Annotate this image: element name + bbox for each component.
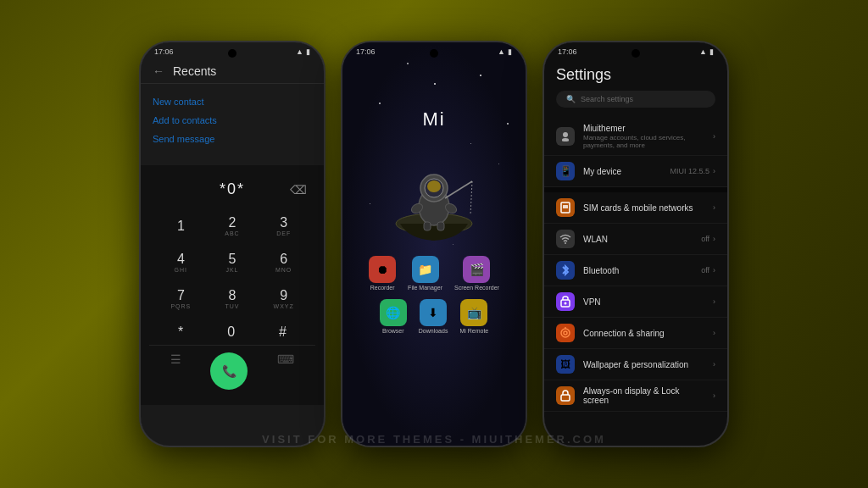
sim-text: SIM cards & mobile networks xyxy=(583,203,704,213)
svg-line-9 xyxy=(445,181,472,198)
key-letters: TUV xyxy=(225,303,239,309)
svg-point-14 xyxy=(565,242,566,244)
bluetooth-right: off › xyxy=(701,266,715,274)
wlan-icon xyxy=(556,230,575,248)
settings-item-connection[interactable]: Connection & sharing › xyxy=(544,318,727,349)
phone1-screen: 17:06 ▲ ▮ ← Recents New contact Add to c… xyxy=(141,42,324,446)
recents-header: ← Recents xyxy=(141,58,324,84)
settings-item-account[interactable]: Miuithemer Manage accounts, cloud servic… xyxy=(544,118,727,156)
key-letters: GHI xyxy=(175,267,187,273)
account-icon xyxy=(556,127,575,146)
keypad-icon[interactable]: ⌨ xyxy=(277,352,294,390)
send-message-action[interactable]: Send message xyxy=(153,130,312,148)
key-num: 8 xyxy=(229,288,236,303)
punch-hole-2 xyxy=(430,49,438,58)
svg-point-17 xyxy=(561,329,570,337)
app-recorder[interactable]: ⏺ Recorder xyxy=(369,256,396,291)
aod-title: Always-on display & Lock screen xyxy=(583,386,704,405)
settings-item-device[interactable]: 📱 My device MIUI 12.5.5 › xyxy=(544,156,727,187)
settings-item-vpn[interactable]: VPN › xyxy=(544,286,727,318)
watermark: VISIT FOR MORE THEMES - MIUITHEMER.COM xyxy=(262,433,606,446)
dialer-delete-button[interactable]: ⌫ xyxy=(290,183,307,197)
wlan-right: off › xyxy=(701,235,715,243)
settings-item-sim[interactable]: SIM cards & mobile networks › xyxy=(544,192,727,224)
account-text: Miuithemer Manage accounts, cloud servic… xyxy=(583,124,704,149)
dialer-key-3[interactable]: 3 DEF xyxy=(259,208,309,243)
settings-title: Settings xyxy=(556,66,715,84)
wallpaper-title: Wallpaper & personalization xyxy=(583,360,704,369)
svg-rect-20 xyxy=(561,395,570,401)
app-downloads[interactable]: ⬇ Downloads xyxy=(419,299,448,334)
sim-title: SIM cards & mobile networks xyxy=(583,203,704,213)
settings-item-bluetooth[interactable]: Bluetooth off › xyxy=(544,255,727,286)
settings-search-bar[interactable]: 🔍 Search settings xyxy=(556,91,715,108)
filemanager-icon: 📁 xyxy=(412,256,439,283)
back-button[interactable]: ← xyxy=(153,64,164,78)
connection-title: Connection & sharing xyxy=(583,329,704,338)
account-svg xyxy=(559,130,572,143)
svg-rect-13 xyxy=(563,205,568,208)
app-browser[interactable]: 🌐 Browser xyxy=(380,299,407,334)
add-to-contacts-action[interactable]: Add to contacts xyxy=(153,111,312,130)
bluetooth-chevron: › xyxy=(713,266,715,274)
settings-header: Settings 🔍 Search settings xyxy=(544,58,727,118)
dialer-key-7[interactable]: 7 PQRS xyxy=(156,281,206,316)
wallpaper-icon: 🖼 xyxy=(556,355,575,374)
dialer-key-1[interactable]: 1 xyxy=(156,208,206,243)
bluetooth-text: Bluetooth xyxy=(583,266,693,275)
recorder-icon: ⏺ xyxy=(369,256,396,283)
status-right-1: ▲ ▮ xyxy=(296,47,310,56)
dialer-key-2[interactable]: 2 ABC xyxy=(208,208,258,243)
dialer-key-6[interactable]: 6 MNO xyxy=(259,245,309,280)
star-key: * xyxy=(178,324,183,340)
svg-point-11 xyxy=(563,132,568,137)
phone-recents: 17:06 ▲ ▮ ← Recents New contact Add to c… xyxy=(139,41,326,447)
key-num: 3 xyxy=(280,215,287,230)
settings-item-wallpaper[interactable]: 🖼 Wallpaper & personalization › xyxy=(544,349,727,380)
wlan-title: WLAN xyxy=(583,235,693,244)
app-mi-remote[interactable]: 📺 Mi Remote xyxy=(459,299,488,334)
connection-right: › xyxy=(713,329,715,337)
bluetooth-svg xyxy=(560,264,570,276)
new-contact-action[interactable]: New contact xyxy=(153,92,312,111)
settings-item-wlan[interactable]: WLAN off › xyxy=(544,224,727,255)
connection-icon xyxy=(556,324,575,342)
wifi-svg xyxy=(559,233,571,245)
dialer-key-4[interactable]: 4 GHI xyxy=(156,245,206,280)
key-letters: PQRS xyxy=(170,303,191,309)
svg-rect-7 xyxy=(424,222,431,230)
vpn-icon xyxy=(556,292,575,311)
sim-svg xyxy=(559,202,571,214)
app-file-manager[interactable]: 📁 File Manager xyxy=(408,256,442,291)
app-screen-recorder[interactable]: 🎬 Screen Recorder xyxy=(454,256,499,291)
dialer-star-btn[interactable]: * xyxy=(178,324,183,340)
vpn-svg xyxy=(559,296,571,308)
settings-item-aod[interactable]: Always-on display & Lock screen › xyxy=(544,380,727,412)
menu-icon[interactable]: ☰ xyxy=(170,352,181,390)
dialer-key-9[interactable]: 9 WXYZ xyxy=(259,281,309,316)
svg-line-10 xyxy=(470,181,472,215)
device-version: MIUI 12.5.5 xyxy=(670,167,709,175)
call-button[interactable]: 📞 xyxy=(210,352,248,390)
screenrecorder-icon: 🎬 xyxy=(463,256,490,283)
battery-icon-3: ▮ xyxy=(709,47,714,56)
dialer-key-8[interactable]: 8 TUV xyxy=(208,281,258,316)
sim-icon xyxy=(556,198,575,217)
phone-home: 17:06 ▲ ▮ Mi xyxy=(341,41,527,447)
device-title: My device xyxy=(583,167,661,176)
dialer-zero-btn[interactable]: 0 xyxy=(227,324,235,340)
lock-svg xyxy=(559,390,571,402)
device-chevron: › xyxy=(713,167,715,175)
svg-point-4 xyxy=(427,180,441,192)
phone-icon: 📞 xyxy=(222,364,236,378)
dialer-key-5[interactable]: 5 JKL xyxy=(208,245,258,280)
filemanager-label: File Manager xyxy=(408,285,442,291)
account-sub: Manage accounts, cloud services, payment… xyxy=(583,134,704,149)
device-icon: 📱 xyxy=(556,162,575,180)
status-time-1: 17:06 xyxy=(154,47,174,56)
dialer-hash-btn[interactable]: # xyxy=(279,324,287,340)
bluetooth-icon xyxy=(556,261,575,280)
key-num: 4 xyxy=(177,252,185,267)
punch-hole-3 xyxy=(632,49,640,58)
key-num: 6 xyxy=(280,252,287,267)
